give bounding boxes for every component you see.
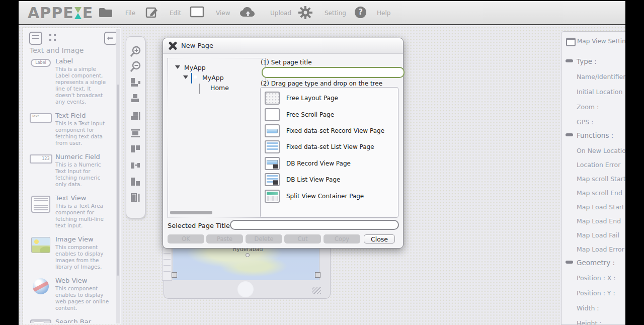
setting-label: On New Location	[577, 147, 630, 154]
setting-label: Position : Y :	[577, 289, 615, 297]
menu-file[interactable]: File	[125, 10, 135, 17]
distribute-horizontal-icon[interactable]	[130, 128, 142, 140]
align-top-icon[interactable]	[130, 144, 142, 156]
component-web-view[interactable]: Web View This component enables to displ…	[26, 277, 114, 311]
upload-cloud-icon[interactable]	[239, 6, 254, 19]
align-center-horizontal-icon[interactable]	[130, 93, 142, 105]
section-label: Type :	[577, 57, 597, 65]
menu-edit[interactable]: Edit	[170, 10, 181, 17]
component-sidebar: Text and Image Label Label This is a sim…	[23, 28, 121, 324]
numeric-field-chip-icon: 123	[30, 154, 52, 164]
panel-window-icon	[566, 38, 576, 46]
tree-node-label[interactable]: MyApp	[184, 64, 206, 71]
caret-down-icon[interactable]	[183, 75, 188, 79]
component-name: Image View	[55, 235, 110, 243]
dialog-titlebar: New Page	[163, 38, 403, 54]
letterbox-top	[0, 0, 644, 1]
component-desc: This is a simple Label component, repres…	[55, 66, 110, 105]
page-type-free-layout[interactable]: Free Layout Page	[265, 91, 393, 106]
page-type-db-record[interactable]: DB Record View Page	[265, 156, 393, 171]
page-type-split-view[interactable]: Split View Container Page	[265, 189, 393, 204]
dialog-title: New Page	[181, 42, 213, 49]
delete-button[interactable]: Delete	[246, 234, 282, 243]
distribute-vertical-icon[interactable]	[130, 193, 142, 205]
component-name: Text View	[55, 194, 110, 202]
paste-button[interactable]: Paste	[206, 234, 243, 243]
logo-hourglass-icon	[74, 7, 82, 20]
copy-button[interactable]: Copy	[324, 234, 360, 243]
selected-page-title-input[interactable]	[230, 220, 399, 230]
align-right-icon[interactable]	[130, 111, 142, 123]
page-type-label: DB List View Page	[286, 176, 340, 183]
top-toolbar: APPEE File Edit View Upload	[19, 1, 625, 25]
canvas-resize-grip[interactable]	[312, 287, 321, 294]
menu-help[interactable]: Help	[377, 10, 390, 17]
tree-node-home[interactable]: Home	[199, 84, 200, 93]
setting-label: Zoom :	[577, 103, 599, 111]
settings-gear-icon[interactable]	[298, 6, 313, 19]
fixed-record-view-page-icon	[265, 124, 280, 137]
page-type-free-scroll[interactable]: Free Scroll Page	[265, 107, 393, 122]
component-name: Web View	[55, 277, 110, 284]
selection-handle-right[interactable]	[315, 272, 320, 278]
split-view-container-page-icon	[265, 190, 280, 203]
setting-label: Map Load End	[577, 217, 621, 225]
tree-horizontal-scrollbar[interactable]	[170, 211, 212, 214]
component-list: Label Label This is a simple Label compo…	[26, 57, 114, 323]
scrollbar-thumb[interactable]	[117, 85, 119, 276]
align-bottom-icon[interactable]	[130, 177, 142, 189]
zoom-in-icon[interactable]	[130, 46, 142, 58]
page-type-fixed-list[interactable]: Fixed data-set List View Page	[265, 139, 393, 154]
center-vertical-icon[interactable]	[130, 160, 142, 173]
tree-node-label[interactable]: MyApp	[202, 74, 224, 82]
section-label: Functions :	[577, 131, 613, 139]
component-text-view[interactable]: Text View This is a Text Area component …	[26, 194, 114, 229]
selection-handle-left[interactable]	[172, 272, 177, 278]
menu-upload[interactable]: Upload	[270, 10, 291, 17]
db-record-view-page-icon	[265, 157, 280, 170]
folder-icon[interactable]	[98, 6, 113, 19]
tree-node-app[interactable]: MyApp	[183, 73, 184, 83]
canvas-side-strip	[162, 248, 172, 281]
component-search-bar[interactable]: Search Bar	[26, 318, 114, 323]
setting-label: Name/Identifier :	[577, 73, 630, 80]
component-numeric-field[interactable]: 123 Numeric Field This is a Numeric Text…	[26, 153, 114, 188]
page-type-label: Free Scroll Page	[286, 111, 334, 118]
zoom-out-icon[interactable]	[130, 61, 142, 73]
view-window-icon[interactable]	[190, 6, 205, 19]
collapse-panel-icon[interactable]	[104, 32, 117, 45]
list-view-icon[interactable]	[29, 32, 42, 45]
close-button[interactable]: Close	[364, 234, 395, 243]
setting-label: GPS :	[577, 118, 593, 126]
selected-page-title-label: Selected Page Title :	[168, 222, 234, 229]
menu-view[interactable]: View	[216, 10, 230, 17]
section-label: Geometry :	[577, 259, 615, 267]
component-desc: This component enables to display images…	[55, 244, 110, 270]
component-image-view[interactable]: Image View This component enables to dis…	[26, 235, 114, 270]
component-text-field[interactable]: Text Text Field This is a Text Input com…	[26, 112, 114, 146]
component-desc: This is a Numeric Text Input for fetchin…	[55, 161, 110, 188]
label-chip-icon: Label	[31, 59, 51, 67]
tree-node-label[interactable]: Home	[210, 84, 229, 92]
ok-button[interactable]: OK	[168, 234, 204, 243]
page-type-db-list[interactable]: DB List View Page	[265, 172, 393, 187]
page-type-label: Fixed data-set Record View Page	[286, 127, 384, 134]
sidebar-section-title: Text and Image	[30, 46, 84, 54]
map-marker-icon	[246, 253, 250, 257]
align-bottom-left-icon[interactable]	[130, 77, 142, 89]
page-title-input[interactable]	[262, 67, 405, 78]
help-icon[interactable]: ?	[355, 7, 366, 18]
grid-view-icon[interactable]	[49, 34, 56, 41]
edit-pencil-icon[interactable]	[145, 6, 160, 19]
menu-setting[interactable]: Setting	[325, 10, 346, 17]
page-type-list: Free Layout Page Free Scroll Page Fixed …	[260, 87, 398, 218]
text-view-icon	[31, 196, 50, 213]
component-label[interactable]: Label Label This is a simple Label compo…	[26, 57, 114, 105]
page-type-fixed-record[interactable]: Fixed data-set Record View Page	[265, 123, 393, 138]
page-type-label: Fixed data-set List View Page	[286, 143, 374, 150]
app-tree-panel: MyApp MyApp Home	[168, 58, 266, 218]
close-icon[interactable]	[168, 41, 177, 50]
cut-button[interactable]: Cut	[284, 234, 321, 243]
caret-down-icon[interactable]	[175, 65, 180, 69]
sidebar-scrollbar[interactable]	[116, 29, 120, 323]
